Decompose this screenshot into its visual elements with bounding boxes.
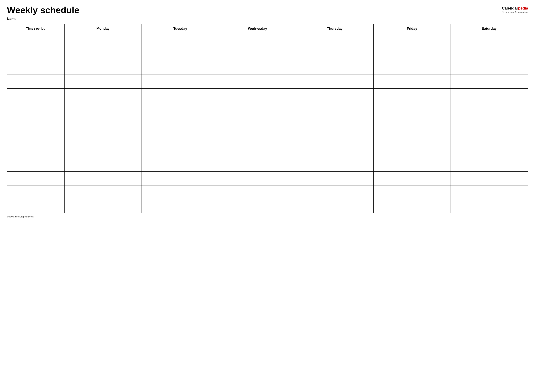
day-cell: [219, 116, 296, 130]
day-cell: [142, 103, 219, 116]
day-cell: [296, 103, 373, 116]
day-cell: [373, 144, 451, 158]
table-row: [7, 89, 528, 103]
day-cell: [142, 199, 219, 213]
day-cell: [373, 33, 451, 47]
day-cell: [142, 89, 219, 103]
day-cell: [219, 186, 296, 199]
day-cell: [296, 61, 373, 75]
logo-text: Calendarpedia: [502, 6, 528, 10]
day-cell: [142, 33, 219, 47]
day-cell: [373, 116, 451, 130]
table-row: [7, 158, 528, 172]
name-label: Name:: [7, 17, 528, 21]
table-row: [7, 47, 528, 61]
col-header-thursday: Thursday: [296, 24, 373, 33]
day-cell: [451, 75, 528, 89]
table-row: [7, 116, 528, 130]
page-title: Weekly schedule: [7, 5, 79, 15]
day-cell: [373, 75, 451, 89]
day-cell: [451, 116, 528, 130]
day-cell: [142, 47, 219, 61]
day-cell: [373, 61, 451, 75]
page-header: Weekly schedule Calendarpedia Your sourc…: [7, 5, 528, 15]
day-cell: [142, 61, 219, 75]
table-row: [7, 61, 528, 75]
day-cell: [142, 130, 219, 144]
day-cell: [64, 144, 141, 158]
table-row: [7, 186, 528, 199]
time-cell: [7, 144, 64, 158]
time-cell: [7, 103, 64, 116]
day-cell: [142, 172, 219, 186]
day-cell: [64, 33, 141, 47]
day-cell: [219, 172, 296, 186]
day-cell: [219, 130, 296, 144]
day-cell: [296, 172, 373, 186]
schedule-table: Time / period Monday Tuesday Wednesday T…: [7, 24, 528, 213]
day-cell: [296, 33, 373, 47]
day-cell: [373, 47, 451, 61]
logo-subtitle: Your source for calendars: [502, 11, 528, 14]
day-cell: [451, 199, 528, 213]
day-cell: [219, 89, 296, 103]
day-cell: [64, 199, 141, 213]
time-cell: [7, 199, 64, 213]
day-cell: [451, 89, 528, 103]
day-cell: [64, 158, 141, 172]
day-cell: [64, 47, 141, 61]
time-cell: [7, 172, 64, 186]
day-cell: [219, 144, 296, 158]
day-cell: [296, 75, 373, 89]
day-cell: [142, 186, 219, 199]
day-cell: [64, 75, 141, 89]
day-cell: [451, 144, 528, 158]
day-cell: [64, 61, 141, 75]
day-cell: [451, 130, 528, 144]
time-cell: [7, 186, 64, 199]
day-cell: [142, 144, 219, 158]
day-cell: [142, 158, 219, 172]
day-cell: [296, 158, 373, 172]
col-header-saturday: Saturday: [451, 24, 528, 33]
day-cell: [219, 103, 296, 116]
day-cell: [296, 186, 373, 199]
logo-calendar: Calendar: [502, 6, 518, 10]
day-cell: [451, 61, 528, 75]
col-header-wednesday: Wednesday: [219, 24, 296, 33]
day-cell: [296, 47, 373, 61]
logo-container: Calendarpedia Your source for calendars: [502, 6, 528, 14]
footer: © www.calendarpedia.com: [7, 215, 528, 218]
day-cell: [64, 172, 141, 186]
time-cell: [7, 47, 64, 61]
col-header-tuesday: Tuesday: [142, 24, 219, 33]
footer-text: © www.calendarpedia.com: [7, 215, 33, 218]
day-cell: [64, 186, 141, 199]
table-row: [7, 75, 528, 89]
table-row: [7, 33, 528, 47]
day-cell: [296, 130, 373, 144]
logo-pedia: pedia: [518, 6, 528, 10]
day-cell: [451, 186, 528, 199]
time-cell: [7, 33, 64, 47]
table-row: [7, 103, 528, 116]
day-cell: [451, 172, 528, 186]
day-cell: [219, 75, 296, 89]
day-cell: [142, 75, 219, 89]
day-cell: [373, 89, 451, 103]
day-cell: [373, 103, 451, 116]
day-cell: [373, 172, 451, 186]
time-cell: [7, 116, 64, 130]
day-cell: [451, 33, 528, 47]
col-header-friday: Friday: [373, 24, 451, 33]
col-header-monday: Monday: [64, 24, 141, 33]
day-cell: [451, 158, 528, 172]
day-cell: [219, 199, 296, 213]
day-cell: [373, 199, 451, 213]
day-cell: [64, 103, 141, 116]
table-row: [7, 130, 528, 144]
col-header-time: Time / period: [7, 24, 64, 33]
time-cell: [7, 130, 64, 144]
time-cell: [7, 61, 64, 75]
day-cell: [219, 47, 296, 61]
